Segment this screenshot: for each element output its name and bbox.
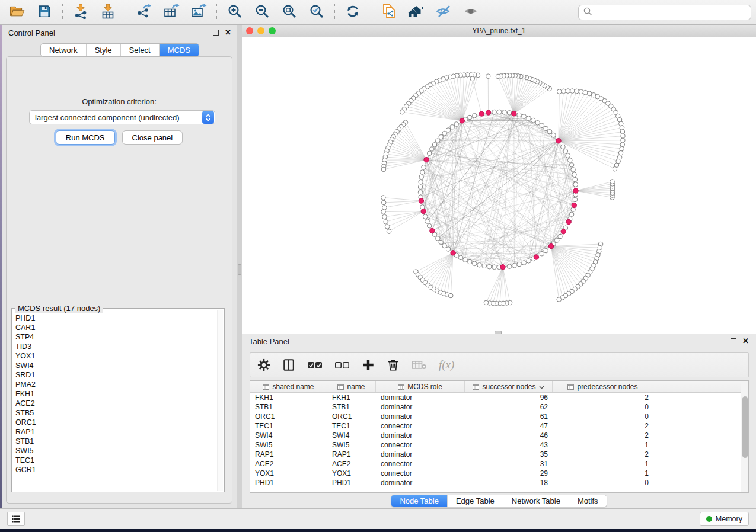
clone-network-button[interactable] [377, 2, 401, 23]
tab-edge-table[interactable]: Edge Table [447, 495, 503, 507]
list-item[interactable]: GCR1 [15, 465, 216, 475]
cell-MCDS-role[interactable]: connector [376, 440, 465, 450]
cell-successor-nodes[interactable]: 46 [465, 431, 553, 440]
cell-predecessor-nodes[interactable]: 1 [553, 440, 653, 450]
table-row[interactable]: FKH1FKH1dominator962 [250, 393, 741, 402]
table-scrollbar[interactable] [741, 381, 748, 492]
cell-MCDS-role[interactable]: dominator [376, 402, 465, 412]
column-header-MCDS-role[interactable]: MCDS role [376, 381, 465, 392]
cell-shared-name[interactable]: RAP1 [250, 450, 327, 459]
zoom-in-button[interactable] [222, 2, 247, 23]
list-item[interactable]: ORC1 [15, 418, 216, 427]
cell-name[interactable]: STB1 [327, 402, 376, 412]
import-network-button[interactable] [68, 2, 93, 23]
cell-MCDS-role[interactable]: dominator [376, 478, 465, 488]
list-item[interactable]: ACE2 [15, 399, 216, 408]
cell-name[interactable]: RAP1 [327, 450, 376, 459]
zoom-out-button[interactable] [250, 2, 275, 23]
list-item[interactable]: RAP1 [15, 427, 216, 437]
cell-successor-nodes[interactable]: 61 [465, 412, 553, 421]
import-table-button[interactable] [95, 2, 120, 23]
list-item[interactable]: SWI4 [15, 361, 216, 370]
column-header-predecessor-nodes[interactable]: predecessor nodes [553, 381, 653, 392]
cell-MCDS-role[interactable]: dominator [376, 393, 465, 402]
cell-MCDS-role[interactable]: dominator [376, 431, 465, 440]
list-item[interactable]: PHD1 [15, 313, 216, 323]
table-row[interactable]: TEC1TEC1connector472 [250, 421, 741, 431]
minimize-window-icon[interactable] [257, 27, 264, 34]
vertical-splitter[interactable] [237, 25, 242, 508]
cell-successor-nodes[interactable]: 62 [465, 402, 553, 412]
cell-predecessor-nodes[interactable]: 0 [553, 402, 653, 412]
cell-predecessor-nodes[interactable]: 1 [553, 469, 653, 478]
tab-motifs[interactable]: Motifs [569, 495, 607, 507]
list-item[interactable]: STB1 [15, 437, 216, 446]
cell-successor-nodes[interactable]: 29 [465, 469, 553, 478]
table-row[interactable]: SWI5SWI5connector431 [250, 440, 741, 450]
table-row[interactable]: STB1STB1dominator620 [250, 402, 741, 412]
table-row[interactable]: ACE2ACE2connector311 [250, 459, 741, 469]
export-network-button[interactable] [132, 2, 157, 23]
mcds-result-list[interactable]: PHD1CAR1STP4TID3YOX1SWI4SRD1PMA2FKH1ACE2… [15, 313, 216, 491]
list-item[interactable]: TEC1 [15, 456, 216, 465]
cell-MCDS-role[interactable]: dominator [376, 412, 465, 421]
cell-MCDS-role[interactable]: connector [376, 469, 465, 478]
cell-shared-name[interactable]: SWI5 [250, 440, 327, 450]
zoom-fit-button[interactable] [277, 2, 302, 23]
cell-name[interactable]: ORC1 [327, 412, 376, 421]
cell-shared-name[interactable]: TEC1 [250, 421, 327, 431]
add-row-button[interactable] [362, 358, 375, 371]
cell-predecessor-nodes[interactable]: 0 [553, 412, 653, 421]
show-all-button[interactable] [458, 2, 483, 23]
close-panel-icon[interactable]: ✕ [225, 30, 231, 36]
cell-shared-name[interactable]: ORC1 [250, 412, 327, 421]
tab-mcds[interactable]: MCDS [159, 44, 199, 56]
cell-name[interactable]: YOX1 [327, 469, 376, 478]
hide-selected-button[interactable] [431, 2, 456, 23]
run-mcds-button[interactable]: Run MCDS [56, 130, 115, 145]
list-item[interactable]: TID3 [15, 342, 216, 351]
tab-network-table[interactable]: Network Table [503, 495, 569, 507]
cell-successor-nodes[interactable]: 47 [465, 421, 553, 431]
cell-shared-name[interactable]: PHD1 [250, 478, 327, 488]
cell-predecessor-nodes[interactable]: 1 [553, 459, 653, 469]
cell-predecessor-nodes[interactable]: 2 [553, 393, 653, 402]
cell-MCDS-role[interactable]: connector [376, 459, 465, 469]
deselect-all-button[interactable] [334, 360, 350, 370]
select-all-button[interactable] [307, 360, 323, 370]
cell-successor-nodes[interactable]: 31 [465, 459, 553, 469]
cell-name[interactable]: SWI4 [327, 431, 376, 440]
cell-name[interactable]: TEC1 [327, 421, 376, 431]
export-table-button[interactable] [159, 2, 184, 23]
cell-name[interactable]: PHD1 [327, 478, 376, 488]
cell-successor-nodes[interactable]: 18 [465, 478, 553, 488]
table-row[interactable]: SWI4SWI4dominator462 [250, 431, 741, 440]
cell-name[interactable]: ACE2 [327, 459, 376, 469]
cell-predecessor-nodes[interactable]: 2 [553, 421, 653, 431]
mcds-list-scrollbar[interactable] [217, 310, 223, 491]
cell-shared-name[interactable]: ACE2 [250, 459, 327, 469]
cell-shared-name[interactable]: FKH1 [250, 393, 327, 402]
list-item[interactable]: STB5 [15, 408, 216, 418]
column-header-name[interactable]: name [327, 381, 376, 392]
export-image-button[interactable] [186, 2, 211, 23]
tab-style[interactable]: Style [86, 44, 120, 56]
cell-shared-name[interactable]: STB1 [250, 402, 327, 412]
table-row[interactable]: PHD1PHD1dominator180 [250, 478, 741, 488]
cell-predecessor-nodes[interactable]: 0 [553, 478, 653, 488]
memory-button[interactable]: Memory [700, 512, 749, 526]
close-panel-icon[interactable]: ✕ [742, 338, 749, 344]
float-panel-icon[interactable] [731, 338, 736, 344]
network-titlebar[interactable]: YPA_prune.txt_1 [242, 25, 756, 37]
open-file-button[interactable] [5, 2, 30, 23]
delete-rows-button[interactable] [387, 358, 400, 371]
save-session-button[interactable] [32, 2, 57, 23]
cell-name[interactable]: SWI5 [327, 440, 376, 450]
refresh-view-button[interactable] [340, 2, 365, 23]
show-column-button[interactable] [282, 358, 295, 371]
cell-MCDS-role[interactable]: connector [376, 421, 465, 431]
first-neighbors-button[interactable] [404, 2, 429, 23]
cell-successor-nodes[interactable]: 96 [465, 393, 553, 402]
network-canvas[interactable] [242, 37, 756, 334]
close-window-icon[interactable] [246, 27, 253, 34]
